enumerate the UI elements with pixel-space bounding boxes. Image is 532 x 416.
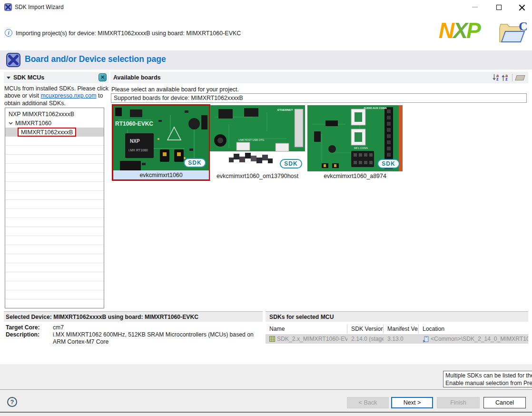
chevron-down-icon[interactable] [9, 122, 13, 125]
sdk-mcus-description: MCUs from installed SDKs. Please click a… [4, 85, 109, 107]
board-image: RT1060-EVKC NXP i.MX RT1060 SDK [113, 106, 209, 170]
sdk-import-wizard-dialog: SDK Import Wizard i Importing project(s)… [0, 0, 532, 416]
minimize-icon [472, 7, 478, 8]
help-icon[interactable]: ? [7, 397, 17, 407]
silkscreen-text-2: MF1 CONN [354, 147, 368, 149]
tree-item-root[interactable]: NXP MIMXRT1062xxxxB [5, 109, 104, 119]
toolbar-separator [512, 74, 512, 81]
arrow-down-icon [493, 74, 496, 81]
chip-brand-text: NXP [130, 139, 140, 144]
sort-descending-icon[interactable]: az [493, 74, 499, 81]
sdk-location: <Common>\SDK_2_14_0_MIMXRT1060 [431, 336, 528, 342]
manifest-version: 3.13.0 [387, 336, 404, 342]
sdk-badge: SDK [377, 159, 400, 168]
board-label: evkcmimxrt1060 [113, 170, 209, 179]
next-button[interactable]: Next > [391, 397, 433, 408]
column-manifest-version[interactable]: Manifest Ve... [384, 324, 419, 334]
board-filter-input[interactable] [111, 93, 527, 103]
arrow-up-icon [502, 74, 505, 81]
page-title: Board and/or Device selection page [25, 54, 166, 64]
board-label: evkcmimxrt1060_om13790host [210, 171, 305, 180]
chip-name-text: i.MX RT1060 [128, 149, 148, 152]
sdk-table-header: SDKs for selected MCU [266, 312, 528, 322]
nxp-letter-p: P [466, 18, 480, 43]
sdk-version: 2.14.0 (stage15 [351, 336, 384, 342]
available-boards-header: Available boards az az [110, 72, 528, 83]
selected-device-group: Selected Device: MIMXRT1062xxxxB using b… [4, 311, 263, 346]
sdks-for-mcu-group: SDKs for selected MCU Name SDK Version M… [266, 311, 528, 344]
tree-item-selected[interactable]: MIMXRT1062xxxxB [5, 128, 104, 137]
board-image: ETHERNET USB HOST USB OTG SDK [210, 105, 305, 171]
sdk-mcus-header-label: SDK MCUs [13, 74, 44, 81]
tree-empty-rows [5, 137, 104, 308]
column-sdk-version[interactable]: SDK Version [347, 324, 384, 334]
info-message: Importing project(s) for device: MIMXRT1… [16, 30, 241, 37]
window-title: SDK Import Wizard [15, 4, 64, 10]
column-name[interactable]: Name [266, 324, 347, 334]
mcu-tree: NXP MIMXRT1062xxxxB MIMXRT1060 MIMXRT106… [5, 108, 104, 308]
description-value: i.MX MIMXRT1062 600MHz, 512KB SRAM Micro… [53, 331, 261, 346]
tooltip-line-2: Enable manual selection from Pref [445, 379, 532, 387]
tree-root-label: NXP MIMXRT1062xxxxB [9, 111, 74, 118]
selected-device-header: Selected Device: MIMXRT1062xxxxB using b… [4, 312, 263, 322]
finish-button[interactable]: Finish [437, 397, 480, 408]
tree-group-label: MIMXRT1060 [15, 120, 51, 127]
silkscreen-text-2: USB HOST USB OTG [238, 139, 264, 141]
cancel-button[interactable]: Cancel [483, 397, 526, 408]
tooltip-line-1: Multiple SDKs can be listed for the [445, 372, 532, 379]
maximize-icon [496, 5, 502, 10]
board-tile-evkcmimxrt1060-om13790host[interactable]: ETHERNET USB HOST USB OTG SDK evkcmimxrt… [210, 105, 305, 180]
silkscreen-text: RT1060-EVKC [115, 120, 153, 127]
location-icon [423, 336, 429, 342]
sdk-table-columns: Name SDK Version Manifest Ve... Location [266, 324, 528, 334]
sort-ascending-icon[interactable]: az [502, 74, 508, 81]
board-label: evkcmimxrt1060_a8974 [307, 171, 403, 180]
nxp-logo: NXP [439, 19, 480, 42]
target-core-value: cm7 [53, 324, 261, 331]
sdk-badge: SDK [280, 159, 302, 168]
folder-letter-c: C [519, 21, 527, 33]
close-view-icon[interactable]: ✕ [99, 73, 107, 81]
board-tile-evkcmimxrt1060-a8974[interactable]: AUDIO AUX CONN MF1 CONN SDK evkcmimxrt10… [307, 105, 403, 180]
window-bottom-edge [0, 412, 532, 413]
import-folder-icon: C [498, 21, 527, 46]
back-button[interactable]: < Back [347, 397, 389, 408]
available-boards-label: Available boards [113, 74, 161, 81]
sdk-table-row[interactable]: SDK_2.x_MIMXRT1060-EVKC 2.14.0 (stage15 … [266, 334, 528, 344]
maximize-button[interactable] [492, 2, 506, 12]
nxp-letter-n: N [439, 18, 453, 43]
close-icon [519, 4, 525, 10]
clear-filter-icon[interactable] [515, 75, 525, 80]
sdk-mcus-header[interactable]: SDK MCUs ✕ [4, 72, 109, 83]
nxp-letter-x: X [453, 18, 466, 43]
board-tile-evkcmimxrt1060[interactable]: RT1060-EVKC NXP i.MX RT1060 SDK evkcmimx… [112, 104, 210, 181]
selected-mcu-highlight: MIMXRT1062xxxxB [18, 128, 76, 137]
target-core-label: Target Core: [4, 324, 53, 331]
minimize-button[interactable] [468, 2, 482, 12]
description-label: Description: [4, 331, 53, 346]
sdk-name: SDK_2.x_MIMXRT1060-EVKC [277, 336, 347, 342]
sdk-package-icon [269, 336, 275, 342]
silkscreen-text: AUDIO AUX CONN [364, 107, 386, 109]
mcuxpresso-link[interactable]: mcuxpresso.nxp.com [40, 92, 96, 99]
tree-item-group[interactable]: MIMXRT1060 [5, 119, 104, 128]
column-location[interactable]: Location [419, 324, 528, 334]
board-instruction: Please select an available board for you… [111, 86, 239, 93]
app-x-icon [4, 3, 12, 11]
sdk-tooltip: Multiple SDKs can be listed for the Enab… [443, 371, 532, 387]
close-button[interactable] [514, 2, 529, 12]
info-icon: i [5, 29, 12, 37]
wizard-page-icon [6, 53, 20, 67]
sdk-badge: SDK [184, 158, 206, 168]
collapse-arrow-icon[interactable] [7, 77, 10, 79]
board-image: AUDIO AUX CONN MF1 CONN SDK [307, 105, 403, 171]
silkscreen-text: ETHERNET [277, 109, 293, 111]
